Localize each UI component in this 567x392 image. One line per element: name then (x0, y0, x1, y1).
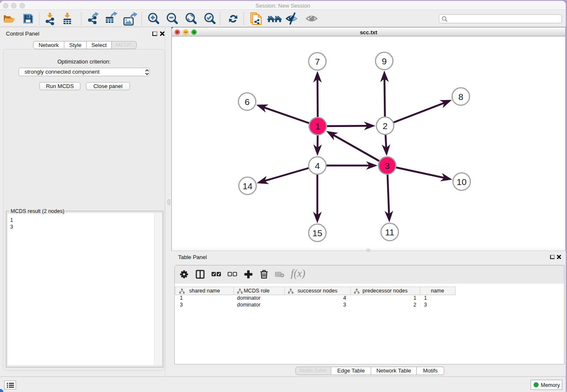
svg-text:7: 7 (315, 57, 320, 66)
svg-text:2: 2 (383, 121, 388, 131)
svg-text:11: 11 (385, 227, 394, 237)
svg-text:8: 8 (458, 92, 463, 102)
svg-text:15: 15 (312, 228, 322, 238)
svg-text:14: 14 (242, 181, 253, 191)
svg-text:6: 6 (245, 97, 250, 107)
svg-text:1: 1 (315, 121, 320, 131)
svg-text:9: 9 (382, 56, 387, 66)
svg-text:10: 10 (457, 177, 466, 187)
svg-text:3: 3 (385, 161, 390, 171)
svg-text:4: 4 (315, 161, 320, 171)
